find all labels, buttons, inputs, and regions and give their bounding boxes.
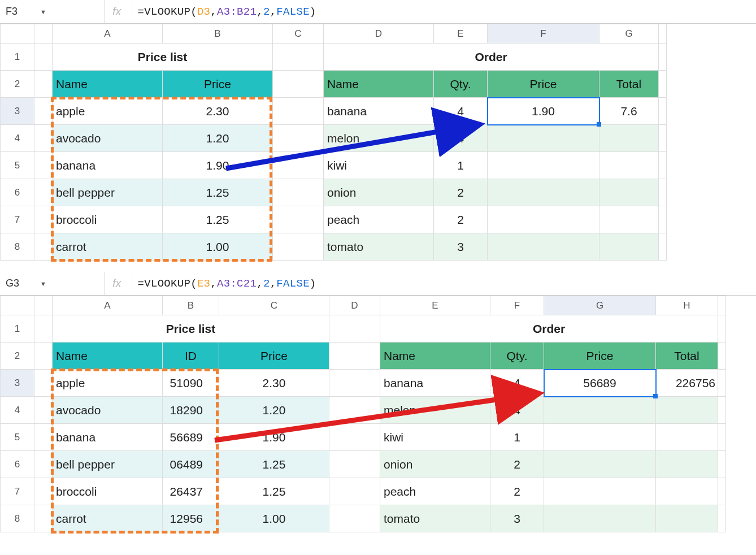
table-row[interactable]: 4 [490,397,544,424]
chevron-down-icon[interactable]: ▼ [40,8,46,15]
row-5[interactable]: 5 [1,424,34,451]
hdr-order-name[interactable]: Name [380,342,490,370]
table-row[interactable]: 18290 [163,397,219,424]
select-all-corner[interactable] [1,24,34,44]
fill-handle[interactable] [653,394,658,398]
col-B[interactable]: B [163,24,273,44]
table-row[interactable]: 3 [434,233,488,261]
table-row[interactable]: melon [324,125,434,152]
table-row[interactable] [488,206,599,233]
col-H[interactable]: H [656,296,718,315]
table-row[interactable] [488,233,599,261]
table-row[interactable]: 26437 [163,478,219,505]
table-row[interactable]: carrot [53,505,163,532]
table-row[interactable] [656,451,718,478]
table-row[interactable] [544,478,656,505]
hdr-order-price[interactable]: Price [544,342,656,370]
table-row[interactable]: 226756 [656,370,718,397]
table-row[interactable] [544,397,656,424]
hdr-order-price[interactable]: Price [488,71,599,98]
table-row[interactable]: 51090 [163,370,219,397]
table-row[interactable]: carrot [53,233,163,261]
price-list-title[interactable]: Price list [53,315,329,342]
table-row[interactable]: 1.20 [219,397,329,424]
fx-icon[interactable]: fx [105,5,132,18]
table-row[interactable]: banana [53,424,163,451]
table-row[interactable] [599,179,659,206]
col-D[interactable]: D [324,24,434,44]
fx-icon[interactable]: fx [105,277,132,290]
row-8[interactable]: 8 [1,505,34,532]
table-row[interactable]: onion [380,451,490,478]
hdr-id[interactable]: ID [163,342,219,370]
hdr-total[interactable]: Total [656,342,718,370]
col-E[interactable]: E [434,24,488,44]
row-3[interactable]: 3 [1,98,34,125]
table-row[interactable] [599,125,659,152]
col-B[interactable]: B [163,296,219,315]
col-A[interactable]: A [53,296,163,315]
hdr-name[interactable]: Name [53,342,163,370]
row-2[interactable]: 2 [1,342,34,370]
fill-handle[interactable] [597,122,601,127]
table-row[interactable]: 1.00 [163,233,273,261]
table-row[interactable]: tomato [324,233,434,261]
table-row[interactable]: 1.20 [163,125,273,152]
col-G[interactable]: G [544,296,656,315]
col-D[interactable]: D [329,296,380,315]
grid[interactable]: A B C D E F G H 1 Price list Order 2 Nam… [0,296,726,532]
hdr-name[interactable]: Name [53,71,163,98]
table-row[interactable]: 4 [434,125,488,152]
table-row[interactable]: 06489 [163,451,219,478]
table-row[interactable]: bell pepper [53,451,163,478]
row-7[interactable]: 7 [1,206,34,233]
table-row[interactable] [656,505,718,532]
table-row[interactable]: 1.00 [219,505,329,532]
table-row[interactable]: 1.90 [163,152,273,179]
col-C[interactable]: C [273,24,324,44]
table-row[interactable]: 1.25 [163,206,273,233]
table-row[interactable]: 12956 [163,505,219,532]
table-row[interactable]: apple [53,370,163,397]
col-G[interactable]: G [599,24,659,44]
table-row[interactable]: 2 [490,478,544,505]
table-row[interactable]: 1.25 [219,451,329,478]
table-row[interactable]: 7.6 [599,98,659,125]
row-6[interactable]: 6 [1,179,34,206]
hdr-order-name[interactable]: Name [324,71,434,98]
table-row[interactable]: banana [380,370,490,397]
table-row[interactable]: 4 [434,98,488,125]
table-row[interactable] [599,206,659,233]
column-headers[interactable]: A B C D E F G H [1,296,726,315]
table-row[interactable]: avocado [53,125,163,152]
col-F[interactable]: F [490,296,544,315]
table-row[interactable]: 4 [490,370,544,397]
hdr-price[interactable]: Price [219,342,329,370]
table-row[interactable] [488,125,599,152]
table-row[interactable]: bell pepper [53,179,163,206]
hdr-qty[interactable]: Qty. [490,342,544,370]
table-row[interactable]: apple [53,98,163,125]
table-row[interactable] [656,478,718,505]
table-row[interactable]: 1.90 [219,424,329,451]
col-A[interactable]: A [53,24,163,44]
table-row[interactable]: avocado [53,397,163,424]
table-row[interactable]: 1 [434,152,488,179]
table-row[interactable] [544,424,656,451]
active-cell[interactable]: 1.90 [488,98,599,125]
table-row[interactable]: 2 [434,206,488,233]
table-row[interactable]: broccoli [53,478,163,505]
column-headers[interactable]: A B C D E F G [1,24,667,44]
formula-input[interactable]: =VLOOKUP(E3,A3:C21,2,FALSE) [132,278,316,290]
active-cell[interactable]: 56689 [544,370,656,397]
table-row[interactable]: 56689 [163,424,219,451]
col-E[interactable]: E [380,296,490,315]
row-6[interactable]: 6 [1,451,34,478]
table-row[interactable] [599,152,659,179]
table-row[interactable]: banana [324,98,434,125]
table-row[interactable] [544,505,656,532]
table-row[interactable]: broccoli [53,206,163,233]
table-row[interactable] [488,179,599,206]
grid[interactable]: A B C D E F G 1 Price list Order 2 Name … [0,24,667,261]
formula-input[interactable]: =VLOOKUP(D3,A3:B21,2,FALSE) [132,6,316,18]
